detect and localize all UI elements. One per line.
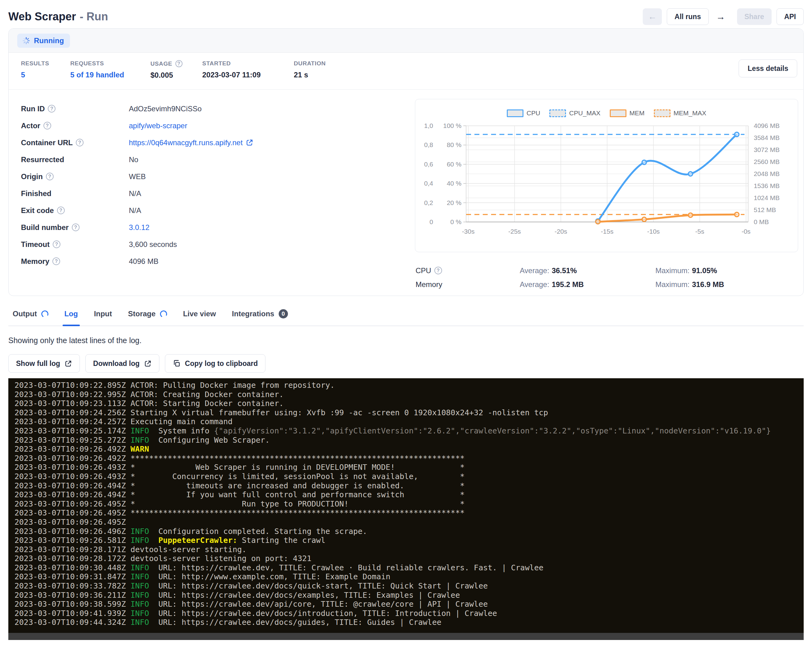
share-button[interactable]: Share (737, 8, 772, 25)
cpu-summary-label: CPU (415, 266, 431, 275)
help-icon[interactable]: ? (48, 105, 55, 113)
api-button[interactable]: API (777, 8, 804, 25)
legend-label: MEM (629, 110, 645, 117)
log-message: URL: https://crawlee.dev/docs/guides, TI… (159, 618, 441, 627)
help-icon[interactable]: ? (43, 122, 51, 130)
log-message: Executing main command (130, 417, 232, 426)
log-level: WARN (130, 445, 149, 453)
stat-results-label: RESULTS (21, 60, 49, 67)
tab-integrations[interactable]: Integrations0 (232, 302, 288, 326)
y-axis-mb-tick: 1024 MB (754, 194, 780, 201)
page-title-suffix: - Run (79, 10, 108, 23)
download-log-button[interactable]: Download log (85, 354, 159, 373)
log-message: System info (159, 426, 214, 435)
stats-row: RESULTS 5 REQUESTS 5 of 19 handled USAGE… (9, 53, 803, 90)
external-link-icon (246, 139, 253, 146)
help-icon[interactable]: ? (52, 258, 60, 265)
tab-output[interactable]: Output (13, 302, 49, 326)
detail-label: Build number (21, 223, 69, 232)
y-axis-mb-tick: 0 MB (754, 218, 769, 226)
stat-usage-value: $0.005 (150, 71, 183, 79)
log-message: * If you want full control and performan… (130, 490, 465, 499)
log-message: * Run type to PRODUCTION! * (130, 499, 465, 508)
log-timestamp: 2023-03-07T10:09:26.495Z (14, 518, 130, 526)
help-icon[interactable]: ? (53, 241, 60, 248)
log-timestamp: 2023-03-07T10:09:26.492Z (14, 445, 130, 453)
metrics-chart-card: CPUCPU_MAXMEMMEM_MAX 00,20,40,60,81,00 %… (415, 99, 798, 252)
log-timestamp: 2023-03-07T10:09:26.494Z (14, 481, 130, 490)
cpu-help-icon[interactable]: ? (434, 267, 442, 274)
help-icon[interactable]: ? (46, 172, 53, 180)
tab-input[interactable]: Input (94, 302, 112, 326)
detail-value-link[interactable]: apify/web-scraper (129, 122, 187, 130)
legend-item-mem[interactable]: MEM (610, 110, 645, 117)
usage-help-icon[interactable]: ? (176, 60, 183, 67)
x-axis-tick: -5s (695, 228, 704, 235)
log-line: 2023-03-07T10:09:33.782Z INFO URL: https… (14, 581, 804, 591)
log-line: 2023-03-07T10:09:22.995Z ACTOR: Creating… (14, 390, 804, 399)
stat-duration: DURATION 21 s (294, 60, 326, 79)
stat-requests-label: REQUESTS (70, 60, 124, 67)
log-line: 2023-03-07T10:09:30.448Z INFO URL: https… (14, 563, 804, 572)
y-axis-ratio-tick: 0,4 (424, 180, 433, 187)
help-icon[interactable]: ? (57, 207, 65, 214)
log-line: 2023-03-07T10:09:26.494Z * If you want f… (14, 490, 804, 499)
detail-value-link[interactable]: https://0q64wnacgyft.runs.apify.net (129, 139, 243, 147)
y-axis-mb-tick: 3584 MB (754, 134, 780, 141)
log-timestamp: 2023-03-07T10:09:23.113Z (14, 399, 130, 408)
log-message: ACTOR: Creating Docker container. (130, 390, 284, 399)
page-title-main: Web Scraper (8, 10, 76, 23)
cpu-maximum-value: 91.05% (692, 266, 717, 275)
legend-item-mem_max[interactable]: MEM_MAX (654, 110, 706, 117)
legend-item-cpu[interactable]: CPU (507, 110, 540, 117)
all-runs-button[interactable]: All runs (667, 8, 709, 25)
log-timestamp: 2023-03-07T10:09:25.272Z (14, 436, 130, 445)
log-line: 2023-03-07T10:09:26.496Z INFO Configurat… (14, 527, 804, 536)
stat-started-value: 2023-03-07 11:09 (202, 70, 261, 79)
log-line: 2023-03-07T10:09:25.174Z INFO System inf… (14, 426, 804, 436)
detail-value: N/A (129, 189, 141, 198)
memory-maximum-value: 316.9 MB (692, 280, 724, 288)
help-icon[interactable]: ? (72, 224, 79, 231)
log-level: INFO (130, 536, 149, 545)
copy-log-button[interactable]: Copy log to clipboard (165, 354, 266, 373)
tab-log[interactable]: Log (64, 302, 78, 326)
stat-results-value: 5 (21, 70, 49, 79)
spinner-icon (22, 37, 30, 45)
log-message: {"apifyVersion":"3.1.2","apifyClientVers… (214, 426, 771, 435)
detail-value: 3,600 seconds (129, 240, 177, 249)
x-axis-tick: -30s (462, 228, 475, 235)
log-message: ****************************************… (130, 454, 465, 463)
show-full-log-button[interactable]: Show full log (8, 354, 80, 373)
log-line: 2023-03-07T10:09:22.895Z ACTOR: Pulling … (14, 381, 804, 390)
log-line: 2023-03-07T10:09:28.171Z devtools-server… (14, 545, 804, 554)
detail-value-link[interactable]: 3.0.12 (129, 223, 150, 232)
log-timestamp: 2023-03-07T10:09:28.171Z (14, 545, 130, 554)
log-timestamp: 2023-03-07T10:09:26.495Z (14, 508, 130, 517)
log-lines: 2023-03-07T10:09:22.895Z ACTOR: Pulling … (14, 381, 804, 627)
log-message: URL: https://crawlee.dev/docs/quick-star… (159, 581, 488, 590)
tab-storage[interactable]: Storage (128, 302, 167, 326)
external-link-icon (64, 360, 72, 367)
tab-live-view[interactable]: Live view (183, 302, 216, 326)
log-line: 2023-03-07T10:09:24.256Z Starting X virt… (14, 408, 804, 418)
previous-run-button[interactable]: ← (643, 8, 662, 25)
next-run-button[interactable]: → (714, 8, 728, 25)
help-icon[interactable]: ? (76, 139, 84, 146)
log-timestamp: 2023-03-07T10:09:26.493Z (14, 463, 130, 472)
tab-label: Input (94, 310, 112, 318)
status-badge: Running (17, 34, 70, 48)
legend-item-cpu_max[interactable]: CPU_MAX (549, 110, 600, 117)
detail-label: Run ID (21, 105, 45, 113)
log-timestamp: 2023-03-07T10:09:41.939Z (14, 609, 130, 618)
log-line: 2023-03-07T10:09:28.172Z devtools-server… (14, 554, 804, 563)
less-details-button[interactable]: Less details (739, 59, 797, 78)
detail-value: https://0q64wnacgyft.runs.apify.net (129, 139, 253, 147)
y-axis-percent-tick: 20 % (447, 199, 461, 206)
log-scrollbar[interactable] (8, 633, 804, 640)
legend-swatch (549, 110, 566, 117)
log-line: 2023-03-07T10:09:26.492Z WARN (14, 445, 804, 454)
log-message: ACTOR: Starting Docker container. (130, 399, 284, 408)
y-axis-ratio-tick: 0 (429, 218, 433, 226)
log-timestamp: 2023-03-07T10:09:33.782Z (14, 581, 130, 590)
